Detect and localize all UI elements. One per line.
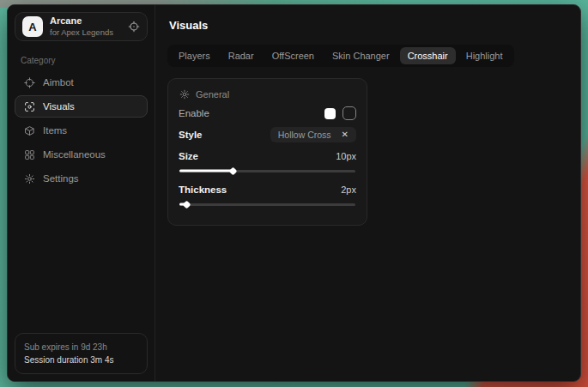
sidebar-item-label: Aimbot: [43, 77, 74, 88]
enable-label: Enable: [179, 108, 209, 118]
size-slider[interactable]: [179, 166, 355, 175]
sidebar-item-label: Settings: [43, 173, 79, 184]
tab-skin-changer[interactable]: Skin Changer: [324, 47, 397, 64]
cheat-menu-window: A Arcane for Apex Legends Category: [7, 4, 581, 382]
slider-track: [179, 203, 355, 206]
tab-offscreen[interactable]: OffScreen: [264, 47, 322, 64]
slider-thumb[interactable]: [183, 200, 191, 209]
thickness-label: Thickness: [179, 184, 227, 195]
sidebar-item-label: Items: [43, 125, 67, 136]
category-label: Category: [21, 56, 142, 65]
sidebar-item-miscellaneous[interactable]: Miscellaneous: [15, 143, 148, 166]
package-icon: [24, 125, 35, 136]
panel-header: General: [179, 89, 356, 100]
gear-icon: [24, 173, 35, 184]
enable-row: Enable: [179, 103, 356, 124]
thickness-row: Thickness 2px: [179, 179, 356, 200]
brand-card: A Arcane for Apex Legends: [15, 12, 148, 41]
sidebar: A Arcane for Apex Legends Category: [8, 5, 155, 381]
page-title: Visuals: [169, 19, 568, 32]
brand-initial: A: [28, 21, 36, 33]
brand-name: Arcane: [50, 15, 113, 27]
brand-text: Arcane for Apex Legends: [50, 15, 113, 38]
slider-thumb[interactable]: [228, 166, 237, 175]
style-label: Style: [179, 130, 203, 140]
sub-expiry-text: Sub expires in 9d 23h: [24, 341, 138, 354]
sidebar-item-label: Visuals: [43, 101, 75, 112]
size-value: 10px: [336, 151, 356, 161]
slider-fill: [179, 170, 233, 172]
session-duration-text: Session duration 3m 4s: [24, 354, 138, 366]
general-panel: General Enable Style Hollow Cross ✕ Size…: [167, 78, 367, 226]
brand-logo: A: [22, 16, 43, 37]
style-select-chip[interactable]: Hollow Cross ✕: [270, 127, 356, 142]
tab-crosshair[interactable]: Crosshair: [400, 47, 456, 64]
main-content: Visuals Players Radar OffScreen Skin Cha…: [155, 5, 580, 381]
sidebar-nav: Aimbot Visuals: [15, 71, 148, 190]
tab-radar[interactable]: Radar: [221, 47, 262, 64]
tab-highlight[interactable]: Highlight: [458, 47, 511, 64]
sidebar-item-aimbot[interactable]: Aimbot: [15, 71, 148, 94]
sidebar-item-label: Miscellaneous: [43, 149, 106, 160]
thickness-value: 2px: [341, 184, 356, 195]
scan-eye-icon: [24, 101, 35, 112]
enable-color-swatch[interactable]: [324, 108, 336, 119]
visuals-tab-bar: Players Radar OffScreen Skin Changer Cro…: [167, 45, 514, 67]
style-row: Style Hollow Cross ✕: [179, 124, 356, 145]
tab-players[interactable]: Players: [171, 47, 218, 64]
thickness-slider[interactable]: [179, 200, 355, 209]
panel-header-label: General: [196, 89, 229, 100]
size-row: Size 10px: [179, 146, 356, 166]
size-label: Size: [179, 151, 198, 161]
clear-style-icon[interactable]: ✕: [342, 130, 349, 139]
sidebar-item-items[interactable]: Items: [15, 119, 148, 142]
subscription-info: Sub expires in 9d 23h Session duration 3…: [15, 333, 148, 374]
crosshair-icon: [24, 77, 35, 88]
slider-fill: [179, 203, 186, 206]
grid-icon: [24, 149, 35, 160]
general-settings-icon: [179, 89, 190, 100]
enable-checkbox[interactable]: [342, 106, 356, 120]
brand-subtitle: for Apex Legends: [50, 27, 113, 38]
sidebar-item-settings[interactable]: Settings: [15, 167, 148, 190]
target-icon[interactable]: [128, 21, 140, 33]
style-value: Hollow Cross: [278, 130, 331, 140]
sidebar-item-visuals[interactable]: Visuals: [15, 95, 148, 118]
